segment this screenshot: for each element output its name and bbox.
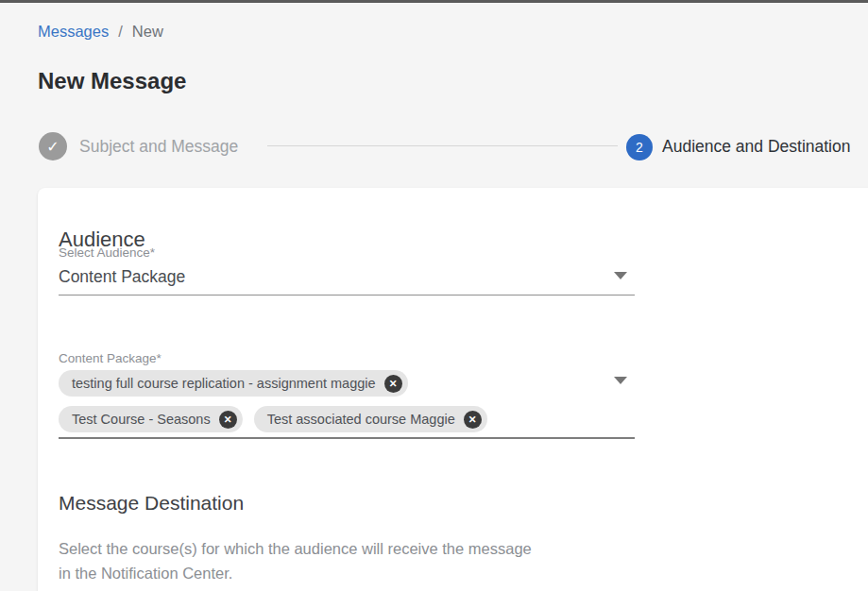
breadcrumb-current-new: New [132, 23, 163, 41]
chevron-down-icon[interactable] [614, 377, 627, 384]
step-2-active-circle[interactable]: 2 [626, 134, 653, 160]
step-1-label[interactable]: Subject and Message [79, 137, 238, 157]
select-audience-underline [59, 295, 635, 296]
close-icon: ✕ [224, 414, 232, 425]
chip-label: testing full course replication - assign… [72, 376, 376, 391]
chip-remove-button[interactable]: ✕ [384, 375, 402, 393]
chevron-down-icon[interactable] [614, 272, 627, 279]
content-package-chip-row-1: testing full course replication - assign… [59, 370, 408, 397]
close-icon: ✕ [468, 414, 477, 425]
select-audience-label: Select Audience* [59, 245, 155, 260]
chip-remove-button[interactable]: ✕ [219, 411, 237, 429]
breadcrumb-separator: / [118, 23, 123, 41]
new-message-page: Messages / New New Message ✓ Subject and… [0, 0, 868, 591]
step-2-label[interactable]: Audience and Destination [662, 137, 850, 157]
chip-remove-button[interactable]: ✕ [464, 411, 482, 429]
content-package-chip: Test Course - Seasons ✕ [59, 406, 243, 432]
breadcrumb: Messages / New [38, 23, 163, 41]
select-audience-dropdown[interactable]: Content Package [59, 267, 185, 287]
content-package-underline [59, 437, 635, 439]
message-destination-heading: Message Destination [59, 492, 244, 515]
message-destination-description: Select the course(s) for which the audie… [59, 536, 536, 586]
content-package-chip: Test associated course Maggie ✕ [254, 406, 487, 432]
content-package-label: Content Package* [59, 351, 162, 365]
check-icon: ✓ [46, 138, 59, 156]
audience-destination-card: Audience Select Audience* Content Packag… [38, 188, 868, 591]
stepper-connector-line [267, 145, 618, 146]
chip-label: Test associated course Maggie [267, 412, 455, 427]
content-package-chip: testing full course replication - assign… [59, 370, 408, 397]
wizard-stepper: ✓ Subject and Message 2 Audience and Des… [0, 131, 868, 163]
close-icon: ✕ [389, 378, 398, 389]
top-divider [0, 0, 868, 3]
step-1-completed-circle[interactable]: ✓ [39, 132, 67, 160]
content-package-chip-row-2: Test Course - Seasons ✕ Test associated … [59, 406, 487, 432]
breadcrumb-link-messages[interactable]: Messages [38, 23, 109, 41]
page-title: New Message [38, 68, 186, 94]
chip-label: Test Course - Seasons [72, 412, 211, 427]
step-2-number: 2 [636, 140, 643, 155]
